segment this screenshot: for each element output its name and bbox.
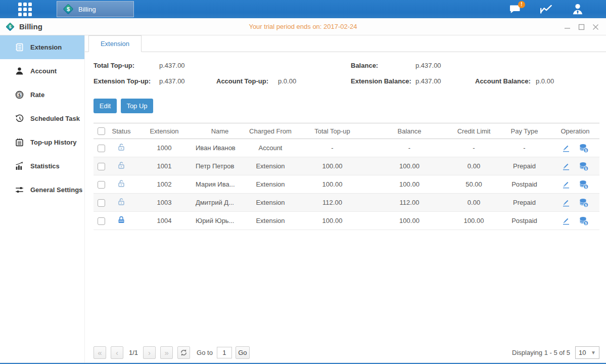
cell-name: Дмитрий Д... (195, 194, 245, 212)
cell-credit-limit: 0.00 (450, 157, 498, 175)
cell-total-topup: 100.00 (296, 212, 369, 230)
scheduled-task-icon (15, 114, 24, 123)
sidebar-item-label: General Settings (30, 186, 82, 194)
cell-charged-from: Extension (245, 175, 296, 194)
row-checkbox[interactable] (98, 181, 105, 189)
rate-icon: $ (15, 90, 24, 99)
cell-balance: 112.00 (369, 194, 450, 212)
svg-text:$: $ (18, 93, 21, 98)
topup-icon[interactable]: $ (579, 143, 589, 153)
cell-credit-limit: 50.00 (450, 175, 498, 194)
sidebar-item-extension[interactable]: Extension (0, 35, 84, 59)
go-button[interactable]: Go (236, 346, 250, 359)
sidebar-item-label: Scheduled Task (30, 115, 80, 122)
first-page-button[interactable]: « (94, 346, 106, 359)
cell-pay-type: - (498, 139, 551, 157)
col-operation: Operation (551, 123, 599, 139)
cell-total-topup: - (296, 139, 369, 157)
sidebar-item-label: Top-up History (30, 139, 76, 146)
table-row: 1003 Дмитрий Д... Extension 112.00 112.0… (94, 194, 599, 212)
table-row: 1002 Мария Ива... Extension 100.00 100.0… (94, 175, 599, 194)
table-header-row: Status Extension Name Charged From Total… (94, 123, 599, 139)
topup-icon[interactable]: $ (579, 179, 589, 190)
resource-monitor-icon[interactable] (538, 2, 554, 16)
edit-icon[interactable] (562, 144, 571, 153)
sidebar-item-general-settings[interactable]: General Settings (0, 178, 84, 202)
edit-button[interactable]: Edit (94, 99, 117, 113)
edit-icon[interactable] (562, 162, 571, 171)
col-charged-from: Charged From (245, 123, 296, 139)
status-lock-icon[interactable] (117, 197, 126, 206)
goto-page-input[interactable] (217, 347, 232, 358)
user-account-icon[interactable] (570, 2, 586, 16)
topup-icon[interactable]: $ (579, 198, 589, 208)
last-page-button[interactable]: » (160, 346, 173, 359)
balance-summary: Total Top-up: p.437.00 Balance: p.437.00… (94, 61, 599, 92)
sidebar-item-label: Statistics (30, 162, 60, 170)
app-grid-icon[interactable] (18, 3, 34, 16)
cell-pay-type: Prepaid (498, 194, 551, 212)
row-checkbox[interactable] (98, 163, 105, 170)
status-lock-icon[interactable] (117, 179, 126, 188)
status-lock-icon[interactable] (117, 143, 126, 152)
row-checkbox[interactable] (98, 217, 105, 225)
row-checkbox[interactable] (98, 199, 105, 207)
cell-balance: 100.00 (369, 157, 450, 175)
main-panel: Extension Total Top-up: p.437.00 Balance… (85, 35, 606, 362)
sidebar-item-rate[interactable]: $ Rate (0, 83, 84, 107)
page-indicator: 1/1 (129, 349, 138, 356)
prev-page-button[interactable]: ‹ (111, 346, 123, 359)
page-size-select[interactable]: 10 ▼ (575, 346, 599, 359)
cell-total-topup: 100.00 (296, 157, 369, 175)
top-up-button[interactable]: Top Up (121, 99, 153, 113)
next-page-button[interactable]: › (143, 346, 156, 359)
col-balance: Balance (369, 123, 450, 139)
refresh-icon[interactable] (177, 346, 190, 359)
table-row: 1000 Иван Иванов Account - - - - $ (94, 139, 599, 157)
sidebar-item-topup-history[interactable]: Top-up History (0, 130, 84, 154)
cell-name: Мария Ива... (195, 175, 245, 194)
close-icon[interactable] (592, 23, 599, 30)
svg-text:$: $ (585, 221, 587, 225)
sidebar-item-scheduled-task[interactable]: Scheduled Task (0, 107, 84, 130)
sidebar-item-statistics[interactable]: Statistics (0, 154, 84, 178)
billing-app-window: $ Billing ! (0, 0, 606, 364)
sidebar-item-account[interactable]: Account (0, 59, 84, 83)
topup-icon[interactable]: $ (579, 161, 589, 171)
sidebar-item-label: Account (30, 67, 57, 75)
minimize-icon[interactable] (564, 23, 571, 30)
tab-extension[interactable]: Extension (88, 35, 142, 52)
cell-extension: 1003 (134, 194, 195, 212)
row-checkbox[interactable] (98, 145, 105, 152)
edit-icon[interactable] (562, 180, 571, 189)
billing-diamond-icon: $ (62, 3, 74, 15)
status-lock-icon[interactable] (117, 161, 126, 170)
balance-label: Balance: (351, 62, 378, 69)
pagination-bar: « ‹ 1/1 › » Go to Go Displaying 1 - 5 of… (94, 346, 599, 359)
extension-icon (15, 43, 24, 52)
messages-icon[interactable]: ! (507, 2, 523, 16)
cell-pay-type: Postpaid (498, 175, 551, 194)
status-lock-icon[interactable] (117, 215, 126, 224)
tab-bar: Extension (85, 35, 606, 52)
goto-label: Go to (197, 349, 213, 356)
taskbar-tab-billing[interactable]: $ Billing (57, 1, 134, 17)
edit-icon[interactable] (562, 216, 571, 225)
total-topup-value: p.437.00 (159, 62, 185, 69)
topup-icon[interactable]: $ (579, 216, 589, 226)
svg-text:$: $ (585, 203, 587, 207)
maximize-icon[interactable] (578, 23, 585, 30)
extension-topup-value: p.437.00 (159, 77, 185, 85)
cell-extension: 1001 (134, 157, 195, 175)
page-size-value: 10 (579, 349, 586, 356)
cell-extension: 1004 (134, 212, 195, 230)
sidebar: Extension Account $ Rate (0, 35, 85, 362)
col-total-topup: Total Top-up (296, 123, 369, 139)
edit-icon[interactable] (562, 198, 571, 207)
table-row: 1001 Петр Петров Extension 100.00 100.00… (94, 157, 599, 175)
cell-charged-from: Extension (245, 157, 296, 175)
taskbar-tab-label: Billing (78, 6, 96, 13)
general-settings-icon (15, 186, 24, 194)
select-all-checkbox[interactable] (98, 127, 105, 135)
cell-total-topup: 112.00 (296, 194, 369, 212)
